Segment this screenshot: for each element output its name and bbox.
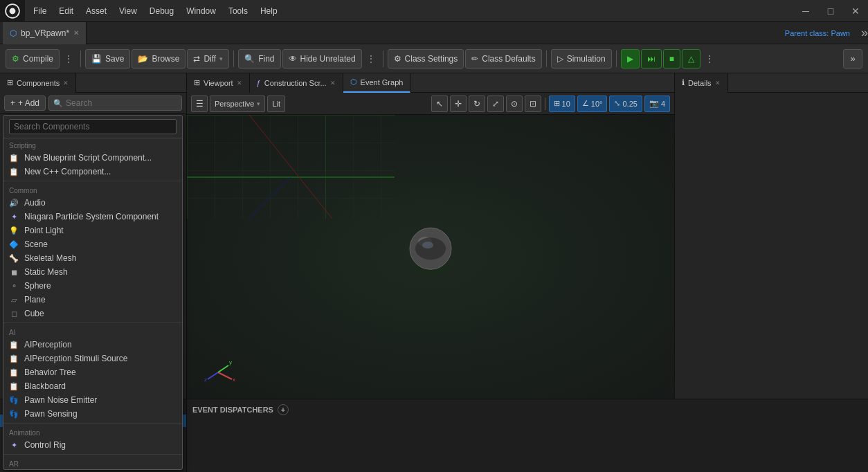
viewport-close[interactable]: ✕	[237, 80, 242, 87]
ai-perception-item[interactable]: 📋 AIPerception	[3, 338, 182, 352]
new-blueprint-script-item[interactable]: 📋 New Blueprint Script Component...	[3, 151, 182, 165]
compile-button[interactable]: ⚙ Compile	[6, 49, 60, 69]
search-input[interactable]	[66, 98, 177, 108]
simulation-button[interactable]: ▷ Simulation	[551, 49, 612, 69]
niagara-icon: ✦	[9, 212, 19, 221]
play-options-button[interactable]: ⋮	[702, 49, 717, 69]
select-mode-button[interactable]: ↖	[431, 96, 448, 112]
class-settings-button[interactable]: ⚙ Class Settings	[388, 49, 464, 69]
skeletal-mesh-item[interactable]: 🦴 Skeletal Mesh	[3, 251, 182, 265]
browse-button[interactable]: 📂 Browse	[132, 49, 186, 69]
blueprint-tab-close[interactable]: ✕	[73, 29, 79, 37]
compile-options-button[interactable]: ⋮	[61, 49, 76, 69]
minimize-button[interactable]: ─	[793, 0, 818, 22]
diff-icon: ⇄	[193, 54, 200, 64]
pawn-sensing-icon: 👣	[9, 409, 19, 419]
blueprint-tab[interactable]: ⬡ bp_VRpawn* ✕	[3, 22, 87, 44]
menu-window[interactable]: Window	[181, 3, 221, 19]
ai-perception-stimuli-icon: 📋	[9, 354, 19, 363]
toolbar-separator-2	[233, 51, 234, 67]
surface-snap-button[interactable]: ⊡	[525, 96, 541, 112]
class-defaults-button[interactable]: ✏ Class Defaults	[465, 49, 541, 69]
sphere-item[interactable]: ⚬ Sphere	[3, 279, 182, 293]
new-cpp-component-item[interactable]: 📋 New C++ Component...	[3, 165, 182, 179]
pawn-sensing-item[interactable]: 👣 Pawn Sensing	[3, 407, 182, 421]
menu-view[interactable]: View	[114, 3, 143, 19]
save-button[interactable]: 💾 Save	[85, 49, 130, 69]
find-button[interactable]: 🔍 Find	[238, 49, 280, 69]
scripting-sep	[3, 181, 182, 181]
angle-snap-button[interactable]: ∠ 10°	[577, 96, 608, 112]
viewport-options-button[interactable]: ☰	[191, 96, 208, 112]
cube-item[interactable]: ◻ Cube	[3, 307, 182, 320]
svg-text:x: x	[233, 376, 235, 383]
details-close[interactable]: ✕	[715, 80, 721, 87]
viewport-grid	[187, 115, 395, 219]
hide-unrelated-options-button[interactable]: ⋮	[363, 49, 379, 69]
perspective-button[interactable]: Perspective ▾	[210, 96, 265, 112]
menu-help[interactable]: Help	[255, 3, 283, 19]
construction-script-close[interactable]: ✕	[330, 80, 336, 87]
pause-button[interactable]: △	[682, 49, 700, 69]
add-search-bar: + + Add 🔍	[0, 93, 186, 114]
panel-tab-bar: ⊞ Components ✕	[0, 73, 186, 93]
scale-button[interactable]: ⤢	[487, 96, 504, 112]
construction-script-tab[interactable]: ƒ Construction Scr... ✕	[250, 73, 343, 93]
hide-unrelated-button[interactable]: 👁 Hide Unrelated	[282, 49, 362, 69]
scene-item[interactable]: 🔷 Scene	[3, 237, 182, 251]
camera-speed-button[interactable]: 📷 4	[644, 96, 670, 112]
svg-line-13	[218, 365, 228, 372]
close-button[interactable]: ✕	[843, 0, 868, 22]
search-box: 🔍	[48, 96, 182, 111]
viewport-canvas[interactable]: x y z	[187, 115, 674, 399]
svg-text:z: z	[204, 376, 207, 383]
details-tab[interactable]: ℹ Details ✕	[675, 73, 728, 93]
viewport-object	[403, 222, 458, 280]
point-light-item[interactable]: 💡 Point Light	[3, 224, 182, 237]
add-component-button[interactable]: + + Add	[4, 96, 46, 111]
ai-section-label: AI	[3, 325, 182, 338]
blackboard-item[interactable]: 📋 Blackboard	[3, 379, 182, 393]
viewport-tab[interactable]: ⊞ Viewport ✕	[187, 73, 250, 93]
menu-edit[interactable]: Edit	[53, 3, 79, 19]
maximize-button[interactable]: □	[818, 0, 843, 22]
svg-line-12	[218, 372, 232, 379]
components-panel-close[interactable]: ✕	[63, 80, 69, 87]
ai-perception-stimuli-item[interactable]: 📋 AIPerception Stimuli Source	[3, 352, 182, 365]
app-logo[interactable]	[0, 0, 25, 22]
parent-class-link[interactable]: Pawn	[831, 29, 850, 37]
scale-snap-button[interactable]: ⤡ 0.25	[609, 96, 642, 112]
niagara-item[interactable]: ✦ Niagara Particle System Component	[3, 210, 182, 224]
behavior-tree-item[interactable]: 📋 Behavior Tree	[3, 365, 182, 379]
local-global-button[interactable]: ⊙	[506, 96, 523, 112]
components-panel-tab[interactable]: ⊞ Components ✕	[0, 73, 76, 93]
step-button[interactable]: ⏭	[641, 49, 662, 69]
find-icon: 🔍	[244, 54, 255, 64]
ar-section-label: AR	[3, 457, 182, 469]
grid-snap-button[interactable]: ⊞ 10	[549, 96, 575, 112]
menu-file[interactable]: File	[28, 3, 52, 19]
static-mesh-item[interactable]: ◼ Static Mesh	[3, 265, 182, 279]
stop-button[interactable]: ■	[663, 49, 680, 69]
perspective-dropdown-icon: ▾	[257, 100, 260, 107]
viewport-icon: ⊞	[194, 78, 200, 87]
rotate-button[interactable]: ↻	[469, 96, 485, 112]
control-rig-item[interactable]: ✦ Control Rig	[3, 438, 182, 452]
toolbar-more-button[interactable]: »	[843, 49, 862, 69]
play-button[interactable]: ▶	[621, 49, 640, 69]
plane-item[interactable]: ▱ Plane	[3, 293, 182, 307]
menu-tools[interactable]: Tools	[223, 3, 253, 19]
translate-button[interactable]: ✛	[450, 96, 467, 112]
common-section-label: Common	[3, 183, 182, 196]
tab-expand-button[interactable]: »	[861, 26, 868, 40]
diff-button[interactable]: ⇄ Diff ▾	[187, 49, 229, 69]
lit-button[interactable]: Lit	[267, 96, 285, 112]
add-event-dispatcher-button[interactable]: +	[278, 404, 289, 415]
audio-item[interactable]: 🔊 Audio	[3, 196, 182, 210]
pause-icon: △	[688, 54, 694, 64]
menu-asset[interactable]: Asset	[80, 3, 112, 19]
dropdown-search-input[interactable]	[9, 119, 177, 134]
menu-debug[interactable]: Debug	[144, 3, 179, 19]
event-graph-tab[interactable]: ⬡ Event Graph	[343, 73, 411, 93]
pawn-noise-emitter-item[interactable]: 👣 Pawn Noise Emitter	[3, 393, 182, 407]
